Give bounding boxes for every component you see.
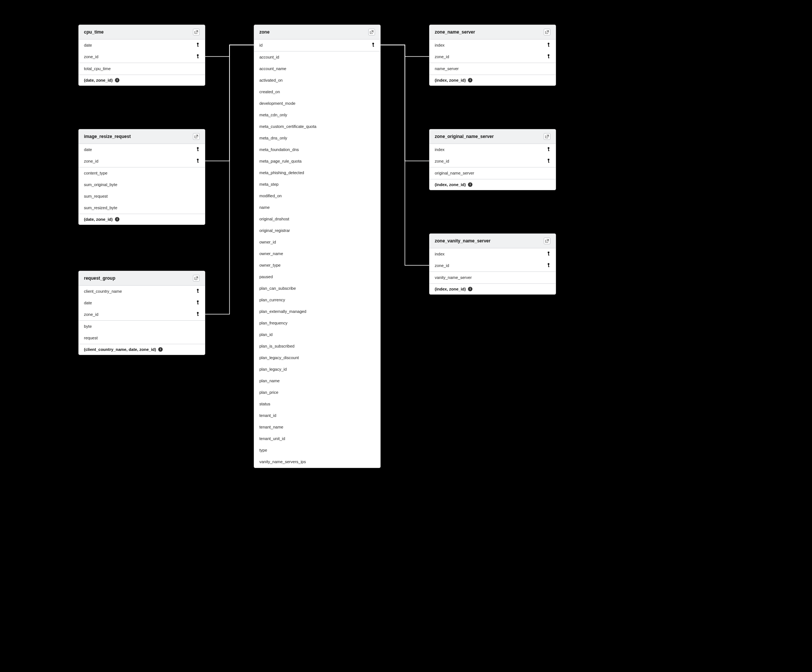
field-row: zone_id — [430, 51, 556, 63]
key-icon — [547, 263, 550, 268]
entity-zone_vanity_name_server: zone_vanity_name_serverindexzone_idvanit… — [429, 233, 556, 294]
svg-rect-155 — [548, 46, 549, 47]
field-row: activated_on — [254, 75, 380, 86]
entity-title: image_resize_request — [84, 134, 131, 139]
key-icon — [371, 43, 375, 48]
field-row: index — [430, 248, 556, 260]
field-name: index — [435, 147, 444, 152]
index-row: (index, zone_id)i — [430, 284, 556, 294]
field-row: date — [79, 144, 205, 155]
svg-rect-14 — [198, 162, 198, 163]
field-name: plan_can_subscribe — [259, 286, 296, 291]
field-row: meta_custom_certificate_quota — [254, 121, 380, 133]
field-name: date — [84, 43, 92, 48]
field-name: plan_price — [259, 390, 278, 395]
field-row: name — [254, 202, 380, 213]
field-row: sum_resized_byte — [79, 202, 205, 214]
open-external-icon[interactable] — [544, 29, 550, 36]
key-icon — [547, 43, 550, 48]
field-name: zone_id — [84, 312, 99, 316]
info-icon: i — [115, 78, 119, 82]
key-icon — [196, 289, 200, 294]
field-row: zone_id — [430, 260, 556, 272]
open-external-icon[interactable] — [544, 238, 550, 244]
connector-line — [380, 45, 429, 57]
svg-rect-167 — [548, 162, 549, 163]
field-name: created_on — [259, 90, 280, 94]
open-external-icon[interactable] — [368, 29, 375, 36]
field-row: meta_page_rule_quota — [254, 155, 380, 167]
open-external-icon[interactable] — [544, 133, 550, 140]
field-name: paused — [259, 274, 273, 279]
field-name: zone_id — [435, 159, 449, 163]
field-name: tenant_id — [259, 413, 276, 418]
svg-rect-164 — [548, 150, 549, 151]
field-name: date — [84, 301, 92, 305]
index-row: (index, zone_id)i — [430, 75, 556, 85]
field-row: date — [79, 39, 205, 51]
index-label: (date, zone_id) — [84, 78, 113, 82]
field-row: owner_id — [254, 236, 380, 248]
key-icon — [196, 158, 200, 164]
field-row: content_type — [79, 167, 205, 179]
field-name: plan_is_subscribed — [259, 344, 294, 348]
field-row: meta_step — [254, 179, 380, 190]
field-row: tenant_id — [254, 410, 380, 421]
field-name: name — [259, 205, 270, 209]
entity-header: zone — [254, 25, 380, 39]
svg-rect-44 — [373, 46, 374, 47]
field-name: byte — [84, 324, 92, 328]
field-name: original_dnshost — [259, 217, 289, 221]
info-icon: i — [115, 217, 119, 221]
open-external-icon[interactable] — [193, 29, 200, 36]
field-row: type — [254, 444, 380, 456]
field-row: owner_name — [254, 248, 380, 260]
field-row: id — [254, 39, 380, 51]
field-name: client_country_name — [84, 289, 122, 293]
field-name: original_name_server — [435, 171, 474, 175]
entity-zone_original_name_server: zone_original_name_serverindexzone_idori… — [429, 129, 556, 190]
field-name: plan_currency — [259, 298, 285, 302]
field-name: meta_foundation_dns — [259, 147, 299, 152]
entity-zone_name_server: zone_name_serverindexzone_idname_server(… — [429, 25, 556, 86]
field-name: request — [84, 336, 98, 340]
field-name: plan_name — [259, 379, 280, 383]
key-icon — [196, 147, 200, 152]
entity-zone: zoneidaccount_idaccount_nameactivated_on… — [254, 25, 380, 468]
open-external-icon[interactable] — [193, 133, 200, 140]
svg-rect-29 — [198, 292, 198, 293]
connector-line — [205, 45, 254, 315]
field-name: tenant_unit_id — [259, 436, 285, 441]
field-name: id — [259, 43, 263, 48]
connector-line — [380, 45, 429, 265]
field-name: meta_cdn_only — [259, 112, 287, 117]
entity-header: image_resize_request — [79, 129, 205, 144]
field-row: total_cpu_time — [79, 63, 205, 75]
entity-cpu_time: cpu_timedatezone_idtotal_cpu_time(date, … — [78, 25, 205, 86]
field-row: sum_request — [79, 191, 205, 202]
svg-rect-176 — [548, 266, 549, 267]
field-row: zone_id — [79, 309, 205, 320]
field-name: meta_dns_only — [259, 136, 287, 140]
field-row: plan_is_subscribed — [254, 340, 380, 352]
key-icon — [196, 54, 200, 59]
field-name: vanity_name_servers_ips — [259, 459, 306, 464]
field-row: tenant_name — [254, 421, 380, 433]
field-name: zone_id — [84, 159, 99, 163]
key-icon — [196, 43, 200, 48]
field-row: plan_id — [254, 329, 380, 340]
field-name: plan_frequency — [259, 321, 287, 325]
field-row: client_country_name — [79, 286, 205, 297]
entity-header: zone_vanity_name_server — [430, 234, 556, 248]
field-name: owner_id — [259, 240, 276, 244]
field-name: index — [435, 43, 444, 48]
field-row: original_registrar — [254, 225, 380, 236]
field-row: plan_currency — [254, 294, 380, 306]
open-external-icon[interactable] — [193, 275, 200, 282]
info-icon: i — [468, 287, 473, 291]
field-name: type — [259, 448, 267, 453]
field-row: created_on — [254, 86, 380, 98]
svg-rect-35 — [198, 315, 198, 316]
index-label: (client_country_name, date, zone_id) — [84, 347, 156, 352]
index-label: (date, zone_id) — [84, 217, 113, 221]
